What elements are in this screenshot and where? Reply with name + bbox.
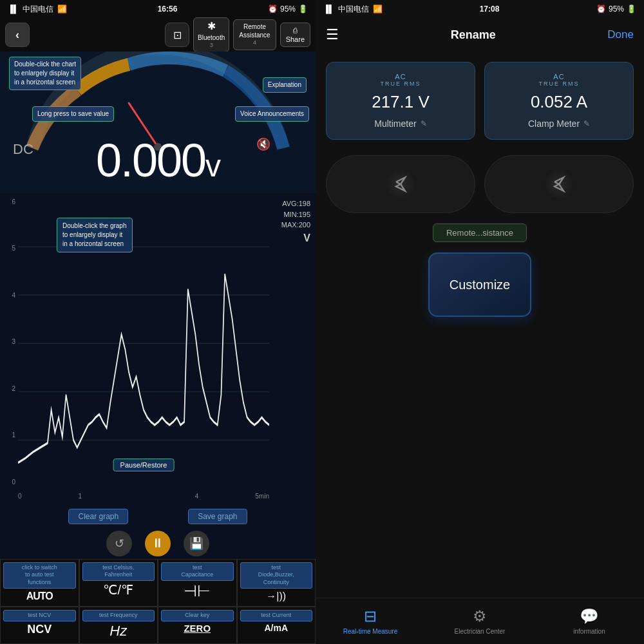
current-tip: test Current	[240, 610, 313, 621]
func-freq[interactable]: test Frequency Hz	[79, 607, 158, 644]
clamp-edit-icon[interactable]: ✎	[583, 119, 590, 128]
multimeter-value: 217.1 V	[372, 92, 430, 112]
reading-value: 0.000	[96, 135, 205, 186]
information-icon: 💬	[580, 607, 599, 625]
right-status-bar: ▐▌ 中国电信 📶 17:08 ⏰ 95% 🔋	[316, 0, 644, 18]
func-auto[interactable]: click to switchto auto testfunctions AUT…	[0, 559, 79, 607]
remote-assistance-button[interactable]: Remote...sistance	[433, 223, 527, 242]
header-title: Rename	[451, 28, 496, 42]
bluetooth-btn-2[interactable]	[484, 155, 634, 213]
signal-icon: ▐▌	[8, 5, 19, 14]
device-cards: AC TRUE RMS 217.1 V Multimeter ✎ AC TRUE…	[316, 52, 644, 145]
clamp-mode: AC	[553, 73, 564, 80]
real-time-label: Real-time Measure	[343, 628, 397, 635]
multimeter-label-row: Multimeter ✎	[374, 118, 426, 129]
bluetooth-button[interactable]: ✱ Bluetooth 3	[193, 17, 229, 52]
ncv-tip: test NCV	[3, 610, 76, 621]
save-tooltip[interactable]: Long press to save value	[32, 106, 114, 122]
max-label: MAX:200	[281, 220, 310, 231]
right-carrier: 中国电信	[338, 4, 369, 15]
tab-electrician[interactable]: ⚙ Electrician Center	[425, 607, 535, 635]
right-panel: ▐▌ 中国电信 📶 17:08 ⏰ 95% 🔋 ☰ Rename Done AC…	[316, 0, 644, 644]
multimeter-edit-icon[interactable]: ✎	[421, 119, 427, 128]
current-icon: A/mA	[264, 623, 288, 634]
battery-label: 95%	[280, 5, 296, 14]
fullscreen-icon: ⊡	[173, 29, 182, 41]
func-cap[interactable]: testCapacitance ⊣⊢	[158, 559, 237, 607]
clamp-trms: TRUE RMS	[539, 80, 580, 87]
graph-tip: Double-click the graph to enlargely disp…	[57, 218, 133, 252]
history-icon: ↺	[115, 536, 124, 551]
share-button[interactable]: ⎙ Share	[280, 23, 310, 48]
remote-number: 4	[239, 39, 270, 47]
save-graph-button[interactable]: Save graph	[188, 509, 247, 524]
function-grid: click to switchto auto testfunctions AUT…	[0, 559, 316, 644]
assistance-label: Assistance	[239, 31, 270, 39]
record-button[interactable]: 💾	[184, 531, 209, 556]
pause-button[interactable]: ⏸	[145, 531, 171, 556]
bluetooth-icon: ✱	[198, 20, 225, 33]
tab-information[interactable]: 💬 information	[535, 607, 644, 635]
auto-icon: AUTO	[26, 590, 53, 602]
avg-label: AVG:198	[281, 198, 310, 209]
time-label: 16:56	[158, 5, 178, 14]
diode-icon: →|))	[266, 590, 286, 602]
clamp-label-row: Clamp Meter ✎	[528, 118, 590, 129]
electrician-label: Electrician Center	[455, 628, 506, 635]
clear-graph-button[interactable]: Clear graph	[68, 509, 128, 524]
bluetooth-btn-1[interactable]	[326, 155, 475, 213]
func-diode[interactable]: testDiode,Buzzer,Continuity →|))	[237, 559, 316, 607]
voice-button[interactable]: Voice Announcements	[235, 106, 309, 122]
multimeter-card[interactable]: AC TRUE RMS 217.1 V Multimeter ✎	[326, 62, 475, 140]
func-clear[interactable]: Clear key ZERO	[158, 607, 237, 644]
battery-icon: 🔋	[298, 5, 308, 14]
func-current[interactable]: test Current A/mA	[237, 607, 316, 644]
pause-restore-button[interactable]: Pause/Restore	[113, 459, 175, 471]
left-status-bar: ▐▌ 中国电信 📶 16:56 ⏰ 95% 🔋	[0, 0, 316, 18]
svg-rect-3	[18, 198, 269, 486]
right-signal-icon: ▐▌	[323, 5, 334, 14]
remote-assistance-button[interactable]: Remote Assistance 4	[233, 19, 276, 50]
clear-tip: Clear key	[161, 610, 234, 621]
electrician-icon: ⚙	[473, 607, 487, 625]
customize-button[interactable]: Customize	[428, 252, 531, 317]
graph-canvas: Double-click the graph to enlargely disp…	[18, 198, 269, 486]
right-wifi-icon: 📶	[373, 5, 383, 14]
waveform-svg	[18, 198, 269, 486]
y-axis: 6 5 4 3 2 1 0	[0, 198, 18, 486]
remote-label: Remote	[239, 23, 270, 31]
temp-icon: ℃/℉	[103, 582, 133, 598]
multimeter-mode: AC	[395, 73, 406, 80]
tab-real-time[interactable]: ⊟ Real-time Measure	[316, 607, 425, 635]
wifi-icon: 📶	[57, 5, 67, 14]
multimeter-trms: TRUE RMS	[381, 80, 421, 87]
carrier-label: 中国电信	[23, 4, 53, 15]
done-button[interactable]: Done	[607, 28, 634, 41]
func-ncv[interactable]: test NCV NCV	[0, 607, 79, 644]
hamburger-button[interactable]: ☰	[326, 26, 339, 43]
clamp-value: 0.052 A	[531, 92, 587, 112]
freq-icon: Hz	[109, 623, 127, 639]
back-button[interactable]: ‹	[5, 23, 30, 47]
explanation-tooltip[interactable]: Explanation	[263, 77, 307, 93]
func-temp[interactable]: test Celsius,Fahrenheit ℃/℉	[79, 559, 158, 607]
real-time-icon: ⊟	[364, 607, 377, 625]
history-button[interactable]: ↺	[106, 531, 132, 556]
tab-bar: ⊟ Real-time Measure ⚙ Electrician Center…	[316, 598, 644, 644]
graph-unit: V	[281, 231, 310, 246]
information-label: information	[573, 628, 605, 635]
clamp-meter-card[interactable]: AC TRUE RMS 0.052 A Clamp Meter ✎	[484, 62, 634, 140]
temp-tip: test Celsius,Fahrenheit	[82, 562, 155, 581]
top-toolbar: ‹ ⊡ ✱ Bluetooth 3 Remote Assistance 4 ⎙ …	[0, 18, 316, 52]
chart-tooltip: Double-click the chart to enlargely disp…	[9, 57, 81, 90]
freq-tip: test Frequency	[82, 610, 155, 621]
fullscreen-button[interactable]: ⊡	[165, 23, 189, 47]
min-label: MIN:195	[281, 209, 310, 220]
record-icon: 💾	[189, 536, 204, 551]
cap-tip: testCapacitance	[161, 562, 234, 581]
reading-unit: v	[205, 149, 220, 183]
diode-tip: testDiode,Buzzer,Continuity	[240, 562, 313, 589]
graph-stats: AVG:198 MIN:195 MAX:200 V	[281, 198, 310, 246]
bluetooth-icon-2	[543, 168, 575, 200]
left-panel: ▐▌ 中国电信 📶 16:56 ⏰ 95% 🔋 ‹ ⊡ ✱ Bluetooth …	[0, 0, 316, 644]
